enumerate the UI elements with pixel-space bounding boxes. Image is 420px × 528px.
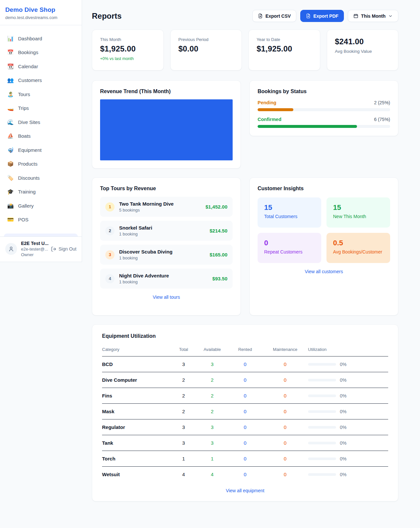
stat-label: This Month [100,37,156,42]
utilization-percent: 0% [340,377,346,383]
cell-maintenance: 0 [262,419,308,435]
sidebar-item-pos[interactable]: 💳 POS [4,213,78,227]
insight-value: 15 [333,203,384,212]
sidebar-item-equipment[interactable]: 🤿 Equipment [4,143,78,157]
utilization-bar [308,426,336,429]
stat-label: Avg Booking Value [335,49,390,54]
equipment-utilization-title: Equipment Utilization [102,333,388,339]
insight-label: New This Month [333,214,384,219]
person-icon [8,246,14,252]
cell-rented: 0 [228,372,262,388]
export-pdf-button[interactable]: Export PDF [300,10,344,22]
export-csv-button[interactable]: Export CSV [252,10,296,22]
insight-tile-avg-bookings: 0.5 Avg Bookings/Customer [326,233,390,263]
period-label: This Month [361,13,386,19]
cell-available: 3 [197,435,228,451]
utilization-cell: 0% [308,440,388,446]
stat-cards-row: This Month $1,925.00 +0% vs last month P… [92,30,398,71]
sidebar-item-customers[interactable]: 👥 Customers [4,73,78,88]
sidebar-item-label: Boats [18,133,31,139]
sidebar-item-gallery[interactable]: 📸 Gallery [4,199,78,213]
sign-out-button[interactable]: Sign Out [51,246,76,252]
sidebar-item-discounts[interactable]: 🏷️ Discounts [4,171,78,185]
sidebar-item-boats[interactable]: ⛵ Boats [4,129,78,143]
list-item: 2 Snorkel Safari 1 booking $214.50 [100,221,233,241]
period-dropdown[interactable]: This Month [348,10,398,22]
credit-card-icon: 💳 [7,216,14,223]
sidebar-item-reports-active-partial[interactable] [4,234,78,236]
sidebar-item-products[interactable]: 📦 Products [4,157,78,171]
stat-value: $241.00 [335,37,390,46]
sidebar-item-bookings[interactable]: 📅 Bookings [4,46,78,60]
table-row: BCD 3 3 0 0 0% [102,356,388,372]
sidebar-item-tours[interactable]: 🏝️ Tours [4,87,78,101]
header-actions: Export CSV Export PDF This Month [252,10,398,22]
users-icon: 👥 [7,77,14,83]
cell-available: 2 [197,388,228,404]
cell-total: 3 [171,419,196,435]
graduation-cap-icon: 🎓 [7,189,14,195]
cell-available: 4 [197,467,228,482]
sidebar-nav: 📊 Dashboard 📅 Bookings 📆 Calendar 👥 Cust… [0,25,82,236]
view-all-tours-link[interactable]: View all tours [100,294,233,300]
status-label: Confirmed [258,117,282,122]
sidebar-item-training[interactable]: 🎓 Training [4,185,78,199]
sidebar-item-label: Tours [18,91,30,97]
utilization-bar [308,457,336,460]
bookings-by-status-card: Bookings by Status Pending 2 (25%) Confi… [249,80,398,136]
cell-total: 2 [171,404,196,419]
page-title: Reports [92,11,122,21]
revenue-trend-chart [100,99,233,160]
view-all-customers-link[interactable]: View all customers [258,269,390,274]
cell-total: 1 [171,451,196,467]
progress-bar-fill [258,125,357,128]
sidebar-item-dashboard[interactable]: 📊 Dashboard [4,31,78,46]
tour-revenue: $165.00 [210,252,227,257]
customer-insights-title: Customer Insights [258,186,390,192]
tour-name: Discover Scuba Diving [119,249,205,254]
utilization-percent: 0% [340,362,346,367]
cell-category: Tank [102,435,171,451]
cell-total: 3 [171,356,196,372]
utilization-bar [308,395,336,397]
sidebar-item-label: Dashboard [18,36,42,41]
cell-rented: 0 [228,451,262,467]
utilization-percent: 0% [340,440,346,446]
tour-revenue: $1,452.00 [205,204,227,210]
cell-category: Wetsuit [102,467,171,482]
insight-value: 15 [264,203,315,212]
column-header: Maintenance [262,344,308,356]
utilization-bar [308,379,336,381]
shop-domain: demo.test.divestreams.com [5,15,76,20]
logout-icon [51,246,56,252]
tour-bookings: 1 booking [119,232,205,236]
cell-category: Fins [102,388,171,404]
utilization-percent: 0% [340,393,346,398]
sidebar-item-dive-sites[interactable]: 🌊 Dive Sites [4,115,78,129]
column-header: Rented [228,344,262,356]
cell-maintenance: 0 [262,372,308,388]
stat-card-previous-period: Previous Period $0.00 [170,30,242,71]
cell-available: 3 [197,356,228,372]
utilization-bar [308,473,336,476]
sidebar-user-footer: E2E Test U... e2e-tester@... Owner Sign … [0,236,82,262]
sidebar-item-trips[interactable]: 🚤 Trips [4,101,78,115]
view-all-equipment-link[interactable]: View all equipment [102,488,388,493]
cell-maintenance: 0 [262,451,308,467]
tour-name: Night Dive Adventure [119,273,208,278]
file-download-icon [306,13,311,18]
rank-badge: 3 [105,250,115,259]
sidebar-item-label: Dive Sites [18,119,40,125]
sidebar-item-calendar[interactable]: 📆 Calendar [4,59,78,73]
cell-category: Mask [102,404,171,419]
status-count: 2 (25%) [374,100,390,105]
utilization-cell: 0% [308,409,388,414]
cell-total: 3 [171,435,196,451]
rank-badge: 2 [105,226,115,235]
status-row-confirmed: Confirmed 6 (75%) [258,117,390,128]
cell-rented: 0 [228,356,262,372]
utilization-cell: 0% [308,456,388,461]
shop-name: Demo Dive Shop [5,6,76,13]
cell-maintenance: 0 [262,467,308,482]
list-item: 4 Night Dive Adventure 1 booking $93.50 [100,269,233,289]
